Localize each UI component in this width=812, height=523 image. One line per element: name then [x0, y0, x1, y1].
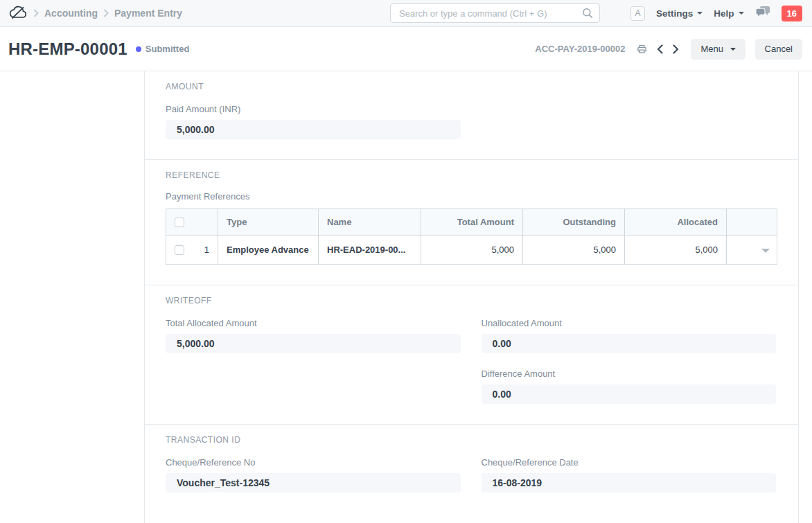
row-expand-button[interactable]: [727, 236, 777, 265]
breadcrumb-item-payment-entry[interactable]: Payment Entry: [114, 8, 182, 19]
cell-total-amount[interactable]: 5,000: [421, 236, 523, 265]
column-header-name: Name: [319, 209, 421, 236]
cell-outstanding[interactable]: 5,000: [523, 236, 625, 265]
column-header-outstanding: Outstanding: [523, 209, 625, 236]
search-input[interactable]: [390, 3, 600, 23]
chevron-left-icon: [657, 44, 663, 54]
field-label: Total Allocated Amount: [166, 318, 461, 328]
payment-references-label: Payment References: [166, 191, 776, 202]
section-heading-transaction-id: TRANSACTION ID: [166, 435, 776, 445]
column-header-type: Type: [218, 209, 319, 236]
prev-document-button[interactable]: [655, 43, 665, 55]
menu-button-label: Menu: [700, 44, 723, 54]
cloud-logo-icon: [8, 4, 28, 23]
field-label: Difference Amount: [482, 369, 777, 379]
row-checkbox[interactable]: [175, 245, 184, 255]
form-body: AMOUNT Paid Amount (INR) 5,000.00 REFERE…: [144, 71, 799, 523]
field-unallocated-amount: Unallocated Amount 0.00: [482, 318, 777, 353]
settings-menu[interactable]: Settings: [656, 8, 703, 19]
field-total-allocated-amount: Total Allocated Amount 5,000.00: [166, 318, 461, 353]
status-label: Submitted: [145, 44, 190, 54]
field-label: Paid Amount (INR): [166, 104, 461, 114]
chevron-down-icon: [730, 48, 736, 51]
chevron-down-icon: [761, 249, 770, 253]
navbar: Accounting Payment Entry A Settings Help: [0, 0, 812, 27]
field-label: Unallocated Amount: [482, 318, 777, 328]
document-id: ACC-PAY-2019-00002: [535, 44, 625, 54]
section-heading-writeoff: WRITEOFF: [166, 296, 776, 305]
chevron-down-icon: [739, 12, 744, 15]
page-title: HR-EMP-00001: [8, 39, 127, 59]
column-header-allocated: Allocated: [625, 209, 727, 236]
chevron-right-icon: [673, 44, 679, 54]
menu-button[interactable]: Menu: [691, 39, 745, 60]
chevron-down-icon: [697, 12, 703, 15]
printer-icon: [637, 44, 647, 54]
unallocated-amount-value: 0.00: [482, 334, 777, 353]
page-head: HR-EMP-00001 Submitted ACC-PAY-2019-0000…: [0, 27, 812, 71]
status-badge: Submitted: [136, 44, 190, 54]
help-menu[interactable]: Help: [714, 8, 743, 19]
print-button[interactable]: [635, 42, 649, 55]
section-transaction-id: TRANSACTION ID Cheque/Reference No Vouch…: [145, 425, 798, 513]
section-heading-reference: REFERENCE: [166, 170, 776, 180]
cheque-reference-date-value: 16-08-2019: [482, 473, 777, 493]
field-difference-amount: Difference Amount 0.00: [482, 369, 777, 404]
cell-type[interactable]: Employee Advance: [218, 236, 319, 265]
global-search: [390, 3, 600, 23]
table-row: 1 Employee Advance HR-EAD-2019-00... 5,0…: [166, 236, 777, 265]
total-allocated-amount-value: 5,000.00: [166, 334, 461, 353]
settings-menu-label: Settings: [656, 8, 693, 19]
app-logo[interactable]: [8, 4, 28, 23]
chevron-right-icon: [33, 9, 39, 17]
difference-amount-value: 0.00: [482, 384, 777, 404]
column-header-total-amount: Total Amount: [421, 209, 523, 236]
chat-button[interactable]: [755, 6, 770, 21]
field-label: Cheque/Reference Date: [482, 457, 777, 468]
section-writeoff: WRITEOFF Total Allocated Amount 5,000.00…: [145, 285, 798, 425]
payment-references-table: Type Name Total Amount Outstanding Alloc…: [166, 209, 777, 265]
search-icon: [582, 8, 593, 21]
status-dot-icon: [136, 46, 141, 52]
help-menu-label: Help: [714, 8, 734, 19]
next-document-button[interactable]: [671, 43, 681, 55]
select-all-checkbox[interactable]: [175, 218, 184, 227]
chat-bubbles-icon: [755, 6, 770, 21]
cell-allocated[interactable]: 5,000: [625, 236, 727, 265]
breadcrumb-item-accounting[interactable]: Accounting: [44, 8, 98, 19]
field-paid-amount: Paid Amount (INR) 5,000.00: [166, 104, 461, 139]
field-cheque-reference-date: Cheque/Reference Date 16-08-2019: [482, 457, 777, 493]
table-header-row: Type Name Total Amount Outstanding Alloc…: [166, 209, 777, 236]
chevron-right-icon: [103, 9, 109, 17]
notifications-badge[interactable]: 16: [782, 6, 802, 21]
paid-amount-value: 5,000.00: [166, 120, 461, 139]
field-label: Cheque/Reference No: [166, 457, 461, 468]
navbar-actions: A Settings Help 16: [621, 6, 802, 21]
user-avatar[interactable]: A: [630, 6, 645, 21]
section-reference: REFERENCE Payment References Type Name T…: [145, 160, 798, 285]
row-index: 1: [204, 245, 209, 255]
section-amount: AMOUNT Paid Amount (INR) 5,000.00: [145, 71, 798, 160]
section-heading-amount: AMOUNT: [166, 82, 776, 91]
cell-name[interactable]: HR-EAD-2019-00...: [319, 236, 421, 265]
breadcrumb: Accounting Payment Entry: [8, 4, 390, 23]
cancel-button[interactable]: Cancel: [755, 39, 802, 60]
field-cheque-reference-no: Cheque/Reference No Voucher_Test-12345: [166, 457, 461, 493]
cheque-reference-no-value: Voucher_Test-12345: [166, 473, 461, 493]
